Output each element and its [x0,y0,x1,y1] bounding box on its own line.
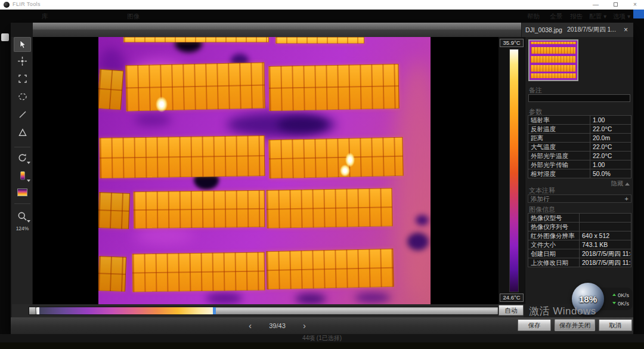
rectangle-roi-icon [18,74,27,84]
param-label: 大气温度 [528,143,590,151]
slider-left-stop[interactable] [29,307,36,314]
level-span-track[interactable] [29,307,499,315]
param-label: 辐射率 [528,116,590,124]
menu-config[interactable]: 配置 ▾ [589,13,606,21]
menu-options[interactable]: 选项 ▾ [613,13,630,21]
table-row: 创建日期2018/7/5/周四 11:44:36 [528,249,631,258]
temperature-scale-area: 35.9°C 24.6°C [499,37,525,304]
solar-panel-array [132,252,265,292]
delta-icon [18,128,27,137]
table-row: 相对湿度50.0% [528,169,631,178]
param-value[interactable]: 20.0m [590,134,631,142]
thermal-image[interactable] [98,37,431,304]
chevron-down-icon [27,162,30,164]
param-label: 相对湿度 [528,169,590,178]
selection-status: 44项 (1已选择) [302,335,342,341]
close-window-button[interactable]: × [626,0,644,10]
table-row: 外部光学传输1.00 [528,160,631,169]
image-info-table: 热像仪型号 热像仪序列号 红外图像分辨率640 x 512 文件大小743.1 … [528,213,631,267]
scale-min-label[interactable]: 24.6°C [500,294,524,302]
menu-panorama[interactable]: 全景 [550,13,562,21]
text-annotations-section-label: 文本注释 [529,186,555,195]
solar-panel-array [266,188,392,228]
menu-help[interactable]: 帮助 [527,13,540,21]
info-label: 文件大小 [528,240,580,249]
image-thumbnail[interactable] [528,39,578,81]
add-row-button[interactable]: 添加行 + [528,194,631,203]
dialog-header: DJI_0038.jpg 2018/7/5/周四 1... × [11,23,633,37]
details-panel: 备注 参数 辐射率1.00 反射温度22.0°C 距离20.0m 大气温度22.… [525,37,633,304]
terrain-blob [134,227,194,245]
info-value [580,223,631,231]
screen: FLIR Tools — × 库 图像 帮助 全景 报告 配置 ▾ 选项 ▾ D… [0,0,644,349]
save-button[interactable]: 保存 [518,319,551,331]
image-position-label: 39/43 [269,322,286,329]
terrain-blob [206,292,243,304]
table-row: 文件大小743.1 KB [528,240,631,249]
menu-library[interactable]: 库 [42,13,48,21]
solar-panel-array [268,137,403,179]
dialog-header-cap [11,23,33,37]
image-tab[interactable]: DJI_0038.jpg 2018/7/5/周四 1... × [521,23,633,37]
table-row: 热像仪序列号 [528,223,631,231]
toolbar-divider [14,147,30,147]
param-value[interactable]: 22.0°C [590,152,631,160]
terrain-blob [295,294,326,304]
table-row: 大气温度22.0°C [528,143,631,152]
rotate-tool-button[interactable] [14,150,31,165]
maximize-button[interactable] [606,0,624,10]
solar-panel-array [266,249,394,289]
terrain-blob [277,116,327,133]
plus-icon: + [625,195,628,202]
temperature-scale-bar[interactable] [509,49,519,292]
table-row: 反射温度22.0°C [528,125,631,134]
thumbnail-panel-row [531,56,575,63]
parameters-table: 辐射率1.00 反射温度22.0°C 距离20.0m 大气温度22.0°C 外部… [528,115,631,178]
line-icon [18,110,27,119]
level-span-slider-row [12,304,524,317]
param-value[interactable]: 22.0°C [590,125,631,133]
note-section-label: 备注 [529,86,542,95]
level-span-range[interactable] [37,307,216,314]
param-value[interactable]: 50.0% [590,169,631,178]
terrain-blob [134,113,171,126]
param-value[interactable]: 1.00 [590,116,631,124]
solar-panel-array [100,135,265,178]
palette-tool-button[interactable] [14,168,31,183]
note-input[interactable] [528,94,630,102]
spot-meter-tool-button[interactable] [14,54,31,69]
info-label: 热像仪序列号 [528,223,580,231]
save-and-close-button[interactable]: 保存并关闭 [555,319,595,331]
ellipse-roi-tool-button[interactable] [14,89,31,104]
zoom-tool-button[interactable] [14,209,31,224]
info-value: 743.1 KB [580,240,631,249]
previous-image-button[interactable]: ‹ [246,318,254,333]
next-image-button[interactable]: › [301,318,308,333]
palette-icon [18,171,27,181]
param-value[interactable]: 22.0°C [590,143,631,151]
line-tool-button[interactable] [14,107,31,122]
solar-panel-array [268,64,399,111]
maximize-icon [614,2,618,7]
menu-image[interactable]: 图像 [127,13,140,21]
solar-panel-array [125,63,265,112]
iron-palette-tool-button[interactable] [14,185,31,200]
hide-parameters-link[interactable]: 隐藏 [611,180,630,188]
rectangle-roi-tool-button[interactable] [14,71,31,86]
menubar: 库 图像 帮助 全景 报告 配置 ▾ 选项 ▾ [0,10,644,23]
dialog-buttons: 保存 保存并关闭 取消 [518,319,632,331]
toolbar-divider [14,203,30,204]
chevron-down-icon [27,220,30,223]
minimize-button[interactable]: — [587,0,605,10]
tab-close-button[interactable]: × [622,26,630,34]
cursor-tool-button[interactable] [14,37,31,52]
scale-max-label[interactable]: 35.9°C [500,39,524,47]
delta-tool-button[interactable] [14,125,31,140]
info-value: 640 x 512 [580,231,631,240]
terrain-blob [407,233,429,251]
auto-scale-button[interactable]: 自动 [499,305,524,316]
cancel-button[interactable]: 取消 [599,319,632,331]
param-value[interactable]: 1.00 [590,160,631,169]
menu-report[interactable]: 报告 [570,13,583,21]
hotspot-anomaly [340,165,350,177]
